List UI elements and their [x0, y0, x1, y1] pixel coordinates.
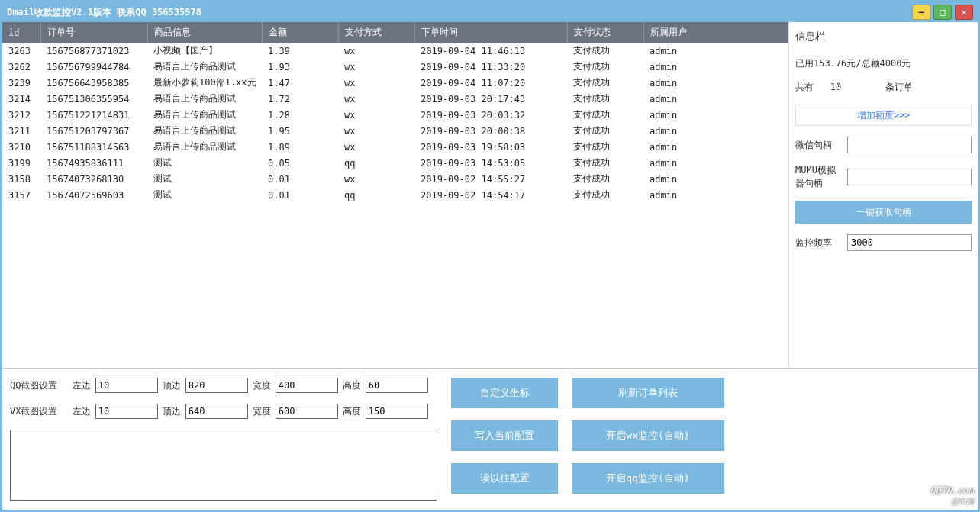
order-count-row: 共有 10 条订单	[795, 81, 972, 94]
column-header[interactable]: 商品信息	[147, 22, 262, 43]
qq-width-input[interactable]	[276, 378, 338, 393]
mumu-handle-input[interactable]	[847, 169, 972, 185]
vx-left-input[interactable]	[95, 404, 158, 419]
column-header[interactable]: 支付状态	[567, 22, 643, 43]
client-area: id订单号商品信息金额支付方式下单时间支付状态所属用户 326315675687…	[2, 22, 978, 510]
add-quota-button[interactable]: 增加额度>>>	[795, 105, 972, 126]
used-total-text: 已用153.76元/总额4000元	[795, 57, 972, 70]
wx-handle-label: 微信句柄	[795, 139, 841, 152]
watermark: QQTN.com 腾牛网	[930, 483, 974, 507]
maximize-button[interactable]: □	[933, 5, 952, 20]
table-row[interactable]: 315815674073268130测试0.01wx2019-09-02 14:…	[2, 171, 788, 187]
wx-handle-input[interactable]	[847, 137, 972, 153]
minimize-button[interactable]: —	[912, 5, 930, 20]
window-title: Dmail收款监控V2.1版本 联系QQ 356535978	[7, 6, 912, 19]
table-row[interactable]: 315715674072569603测试0.01qq2019-09-02 14:…	[2, 187, 788, 203]
titlebar: Dmail收款监控V2.1版本 联系QQ 356535978 — □ ✕	[2, 2, 978, 22]
orders-table: id订单号商品信息金额支付方式下单时间支付状态所属用户 326315675687…	[2, 22, 788, 368]
close-button[interactable]: ✕	[955, 5, 973, 20]
start-qq-button[interactable]: 开启qq监控(自动)	[572, 463, 724, 494]
table-row[interactable]: 3211156751203797367易语言上传商品测试1.95wx2019-0…	[2, 123, 788, 139]
info-heading: 信息栏	[795, 30, 972, 43]
read-config-button[interactable]: 读以往配置	[451, 463, 558, 494]
qq-top-input[interactable]	[185, 378, 248, 393]
vx-screenshot-row: VX截图设置 左边 顶边 宽度 高度	[10, 404, 437, 419]
get-handle-button[interactable]: 一键获取句柄	[795, 201, 972, 224]
column-header[interactable]: 下单时间	[414, 22, 567, 43]
qq-screenshot-row: QQ截图设置 左边 顶边 宽度 高度	[10, 378, 437, 393]
app-window: Dmail收款监控V2.1版本 联系QQ 356535978 — □ ✕ id订…	[0, 0, 980, 512]
info-panel: 信息栏 已用153.76元/总额4000元 共有 10 条订单 增加额度>>> …	[788, 22, 978, 368]
refresh-list-button[interactable]: 刷新订单列表	[572, 378, 724, 408]
mumu-handle-label: MUMU模拟器句柄	[795, 164, 841, 190]
table-row[interactable]: 3263156756877371023小视频【国产】1.39wx2019-09-…	[2, 43, 788, 59]
column-header[interactable]: 所属用户	[643, 22, 788, 43]
freq-label: 监控频率	[795, 237, 841, 250]
column-header[interactable]: 订单号	[40, 22, 147, 43]
qq-height-input[interactable]	[366, 378, 428, 393]
qq-left-input[interactable]	[95, 378, 158, 393]
order-count: 10	[830, 82, 841, 92]
vx-top-input[interactable]	[185, 404, 248, 419]
table-row[interactable]: 3239156756643958385最新小萝莉100部1.xx元1.47wx2…	[2, 75, 788, 91]
table-row[interactable]: 3212156751221214831易语言上传商品测试1.28wx2019-0…	[2, 107, 788, 123]
vx-height-input[interactable]	[366, 404, 428, 419]
column-header[interactable]: 金额	[262, 22, 338, 43]
vx-width-input[interactable]	[276, 404, 338, 419]
write-config-button[interactable]: 写入当前配置	[451, 420, 558, 451]
column-header[interactable]: id	[2, 22, 40, 43]
table-row[interactable]: 3210156751188314563易语言上传商品测试1.89wx2019-0…	[2, 139, 788, 155]
table-row[interactable]: 3214156751306355954易语言上传商品测试1.72wx2019-0…	[2, 91, 788, 107]
custom-coord-button[interactable]: 自定义坐标	[451, 378, 558, 408]
start-wx-button[interactable]: 开启wx监控(自动)	[572, 420, 724, 451]
log-textarea[interactable]	[10, 430, 437, 501]
freq-input[interactable]	[847, 234, 972, 251]
table-row[interactable]: 3262156756799944784易语言上传商品测试1.93wx2019-0…	[2, 59, 788, 75]
column-header[interactable]: 支付方式	[338, 22, 414, 43]
table-row[interactable]: 319915674935836111测试0.05qq2019-09-03 14:…	[2, 155, 788, 171]
